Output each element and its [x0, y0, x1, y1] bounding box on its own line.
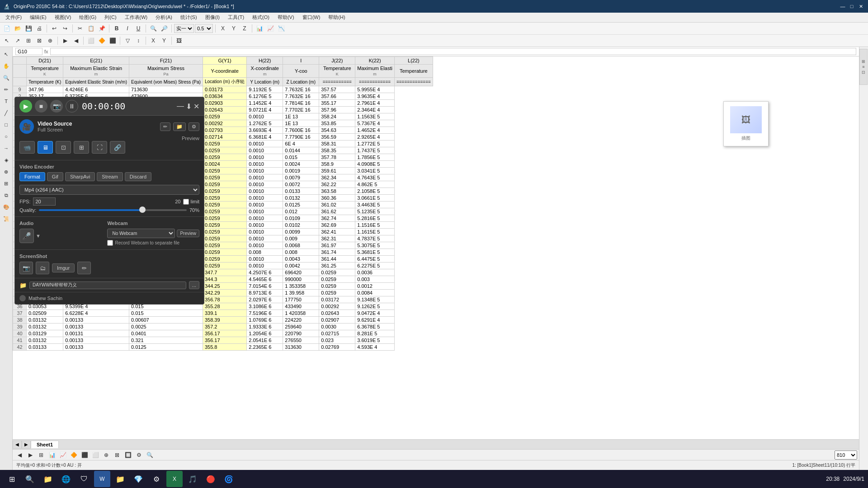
- cell[interactable]: 1.4652E 4: [355, 127, 395, 134]
- bt-10[interactable]: ⊠: [112, 450, 122, 460]
- col-d[interactable]: D(21): [27, 57, 63, 65]
- vs-camera-btn[interactable]: 📹: [19, 141, 35, 154]
- cell[interactable]: 0.0259: [203, 174, 246, 181]
- ss-capture-btn[interactable]: 📷: [19, 262, 33, 274]
- ss-edit-btn[interactable]: ✏: [77, 262, 91, 274]
- enc-tab-discard[interactable]: Discard: [125, 172, 151, 181]
- cell[interactable]: 0.0072: [283, 181, 319, 188]
- cell[interactable]: 2.2365E 6: [247, 344, 283, 351]
- cell[interactable]: 990000: [283, 276, 319, 283]
- cell[interactable]: 4.2507E 6: [247, 269, 283, 276]
- cell[interactable]: 0.0099: [283, 229, 319, 235]
- taskbar-search[interactable]: 🔍: [22, 471, 38, 487]
- vs-region-btn[interactable]: ⊞: [74, 141, 89, 154]
- tb-x[interactable]: X: [218, 23, 228, 33]
- cell[interactable]: 357.96: [319, 107, 355, 113]
- cell[interactable]: 0.0010: [247, 154, 283, 161]
- tb-open[interactable]: 📂: [13, 23, 23, 33]
- cell[interactable]: 4.593E 4: [355, 344, 395, 351]
- cell[interactable]: 0.0259: [203, 235, 246, 242]
- taskbar-music[interactable]: 🎵: [184, 471, 201, 487]
- cell[interactable]: 0.0024: [283, 161, 319, 168]
- cell[interactable]: 355.8: [203, 344, 246, 351]
- cell[interactable]: 0.0259: [203, 188, 246, 195]
- cell[interactable]: 0.00133: [63, 317, 129, 324]
- menu-image[interactable]: 图像(I): [202, 13, 223, 22]
- tb2-2[interactable]: ↗: [13, 36, 23, 46]
- menu-worksheet[interactable]: 工作表(W): [121, 13, 151, 22]
- taskbar-swirl[interactable]: 🌀: [221, 471, 237, 487]
- menu-edit[interactable]: 编辑(E): [26, 13, 50, 22]
- webcam-separate-checkbox[interactable]: [107, 240, 113, 246]
- cell[interactable]: 7.7790E 16: [283, 134, 319, 141]
- cell[interactable]: 713630: [129, 86, 203, 93]
- tb2-3[interactable]: ⊞: [24, 36, 33, 46]
- bt-9[interactable]: ⊕: [101, 450, 111, 460]
- cell[interactable]: 7.5196E 6: [247, 310, 283, 317]
- cell[interactable]: 0.0259: [203, 141, 246, 147]
- tool-line[interactable]: ╱: [1, 108, 12, 118]
- cell[interactable]: 0.023: [319, 337, 355, 344]
- menu-analysis[interactable]: 分析(A): [152, 13, 176, 22]
- cell[interactable]: 0.03132: [27, 317, 63, 324]
- cell[interactable]: 0.00131: [63, 330, 129, 337]
- cell[interactable]: 0.0010: [247, 188, 283, 195]
- cell[interactable]: 4.0908E 5: [355, 161, 395, 168]
- rec-camera-btn[interactable]: 📷: [50, 100, 63, 113]
- cell[interactable]: 361.25: [319, 263, 355, 269]
- cell[interactable]: 1.0769E 6: [247, 317, 283, 324]
- ss-gallery-btn[interactable]: 🗂: [36, 262, 49, 274]
- cell[interactable]: 356.17: [203, 330, 246, 337]
- cell[interactable]: 0.0010: [247, 229, 283, 235]
- enc-tab-stream[interactable]: Stream: [97, 172, 123, 181]
- cell[interactable]: 1.2762E 5: [247, 120, 283, 127]
- col-e[interactable]: E(21): [63, 57, 129, 65]
- cell[interactable]: 0.00133: [63, 324, 129, 330]
- cell[interactable]: 6.4475E 5: [355, 256, 395, 263]
- bt-1[interactable]: ◀: [14, 450, 24, 460]
- zoom-select[interactable]: 810: [835, 450, 857, 460]
- tool-pointer[interactable]: ↖: [1, 49, 12, 60]
- cell[interactable]: 5.7367E 4: [355, 120, 395, 127]
- cell[interactable]: 0.03132: [27, 337, 63, 344]
- cell[interactable]: 1.7856E 5: [355, 154, 395, 161]
- cell[interactable]: 3.0341E 5: [355, 168, 395, 174]
- cell[interactable]: 357.78: [319, 154, 355, 161]
- cell[interactable]: 0.00292: [319, 303, 355, 310]
- cell[interactable]: 0.0010: [247, 161, 283, 168]
- cell[interactable]: 0.0259: [203, 222, 246, 229]
- cell[interactable]: 3.4463E 5: [355, 202, 395, 208]
- cell[interactable]: 0.02715: [319, 330, 355, 337]
- cell[interactable]: 7.7632E 16: [283, 86, 319, 93]
- cell[interactable]: 2.1058E 5: [355, 188, 395, 195]
- output-browse-btn[interactable]: ...: [189, 281, 199, 289]
- maximize-button[interactable]: □: [848, 3, 855, 10]
- cell-reference-input[interactable]: [15, 48, 42, 55]
- cell[interactable]: 7.7600E 16: [283, 127, 319, 134]
- cell[interactable]: 0.03132: [27, 324, 63, 330]
- col-h[interactable]: H(22): [247, 57, 283, 65]
- sheet-prev-btn[interactable]: ◀: [13, 441, 22, 449]
- cell[interactable]: 0.02903: [203, 100, 246, 107]
- cell[interactable]: 362.31: [319, 235, 355, 242]
- bt-3[interactable]: ⊞: [36, 450, 46, 460]
- cell[interactable]: 276550: [283, 337, 319, 344]
- cell[interactable]: 347.96: [27, 86, 63, 93]
- cell[interactable]: 0.0109: [283, 215, 319, 222]
- cell[interactable]: 7.0154E 6: [247, 283, 283, 290]
- cell[interactable]: 0.0259: [203, 202, 246, 208]
- tool-mask[interactable]: ⧉: [1, 190, 12, 201]
- tool-draw[interactable]: ✏: [1, 84, 12, 95]
- minimize-button[interactable]: —: [839, 3, 846, 10]
- menu-view[interactable]: 视图(V): [51, 13, 75, 22]
- rec-folder-btn[interactable]: 📁: [173, 122, 186, 131]
- cell[interactable]: 0.0401: [129, 330, 203, 337]
- cell[interactable]: 363.58: [319, 188, 355, 195]
- cell[interactable]: 0.0010: [247, 235, 283, 242]
- menu-tools[interactable]: 工具(T): [224, 13, 248, 22]
- fps-input[interactable]: [33, 197, 56, 206]
- cell[interactable]: 6.2275E 5: [355, 263, 395, 269]
- cell[interactable]: 357.2: [203, 324, 246, 330]
- bt-2[interactable]: ▶: [25, 450, 35, 460]
- mic-btn[interactable]: 🎤: [19, 229, 34, 243]
